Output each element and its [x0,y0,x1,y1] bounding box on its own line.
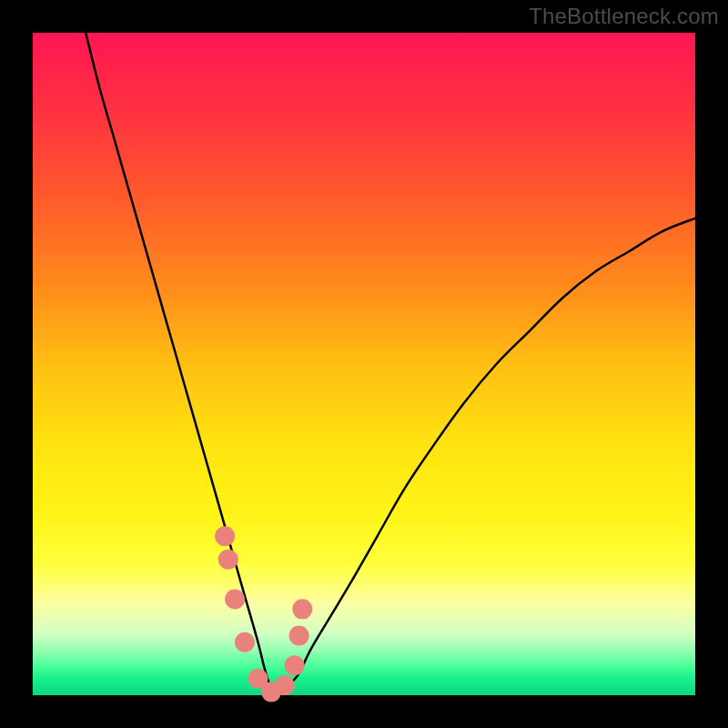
highlight-marker [285,655,305,675]
highlight-marker [275,675,295,695]
highlight-marker [218,550,238,570]
chart-frame: TheBottleneck.com [0,0,728,728]
bottleneck-chart [0,0,728,728]
highlight-marker [292,599,312,619]
watermark-text: TheBottleneck.com [529,4,719,29]
highlight-marker [235,632,255,652]
highlight-marker [215,526,235,546]
highlight-marker [289,625,309,645]
highlight-marker [225,589,245,609]
chart-plot-area [33,33,695,695]
